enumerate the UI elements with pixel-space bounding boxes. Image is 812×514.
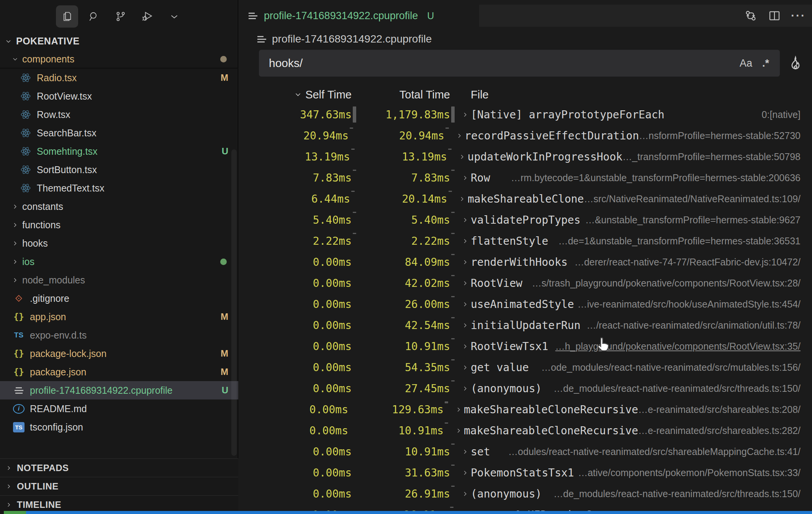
sidebar-scrollbar[interactable] xyxy=(231,149,237,456)
time-proportion-bar xyxy=(451,465,455,466)
document-title: profile-1741689314922.cpuprofile xyxy=(272,33,432,45)
section-notepads[interactable]: NOTEPADS xyxy=(0,458,238,477)
chevron-right-icon[interactable] xyxy=(462,490,471,498)
file-location-link[interactable]: 0:[native] xyxy=(762,109,812,120)
profile-row[interactable]: 0.00ms10.91msmakeShareableCloneRecursive… xyxy=(239,420,812,441)
explorer-item-somehting-tsx[interactable]: Somehting.tsxU xyxy=(0,142,238,160)
file-location-link[interactable]: …_transformProfile=hermes-stable:50798 xyxy=(622,151,812,162)
profile-row[interactable]: 0.00ms27.45ms(anonymous)…de_modules/reac… xyxy=(239,378,812,399)
explorer-item-themedtext-tsx[interactable]: ThemedText.tsx xyxy=(0,179,238,197)
chevron-right-icon[interactable] xyxy=(455,406,464,413)
file-location-link[interactable]: …odules/react-native-reanimated/src/shar… xyxy=(508,446,812,457)
explorer-item-searchbar-tsx[interactable]: SearchBar.tsx xyxy=(0,124,238,142)
file-location-link[interactable]: …s/trash_playground/pokenative/component… xyxy=(532,278,812,289)
section-outline[interactable]: OUTLINE xyxy=(0,477,238,495)
file-location-link[interactable]: …e-reanimated/src/shareables.ts:208/ xyxy=(638,404,812,415)
explorer-item-rootview-tsx[interactable]: RootView.tsx xyxy=(0,87,238,105)
flame-graph-icon[interactable] xyxy=(785,53,806,74)
self-time-header[interactable]: Self Time xyxy=(239,88,352,101)
explorer-item-components[interactable]: components xyxy=(0,50,238,69)
profile-row[interactable]: 7.83ms7.83msRow…rm.bytecode=1&unstable_t… xyxy=(239,167,812,188)
file-location-link[interactable]: …ode_modules/react-native-reanimated/src… xyxy=(541,362,812,373)
chevron-right-icon[interactable] xyxy=(462,322,471,329)
chevron-right-icon[interactable] xyxy=(462,448,471,455)
profile-row[interactable]: 0.00ms129.63msmakeShareableCloneRecursiv… xyxy=(239,399,812,420)
explorer-item-package-json[interactable]: {}package.jsonM xyxy=(0,363,238,381)
chevron-right-icon[interactable] xyxy=(462,259,471,266)
split-editor-icon[interactable] xyxy=(767,8,782,23)
profile-row[interactable]: 5.40ms5.40msvalidatePropTypes…&unstable_… xyxy=(239,210,812,231)
explorer-item-ios[interactable]: ios xyxy=(0,252,238,271)
chevron-right-icon[interactable] xyxy=(462,343,471,350)
match-case-toggle[interactable]: Aa xyxy=(740,57,752,69)
profile-row[interactable]: 6.44ms20.14msmakeShareableClone…src/Nati… xyxy=(239,188,812,210)
chevron-right-icon[interactable] xyxy=(455,427,464,434)
profile-row[interactable]: 13.19ms13.19msupdateWorkInProgressHook…_… xyxy=(239,146,812,167)
chevron-right-icon[interactable] xyxy=(462,111,471,118)
profile-row[interactable]: 0.00ms84.09msrenderWithHooks…derer/react… xyxy=(239,252,812,273)
explorer-item-hooks[interactable]: hooks xyxy=(0,234,238,252)
file-location-link[interactable]: …de_modules/react-native-reanimated/src/… xyxy=(553,383,812,394)
search-icon[interactable] xyxy=(83,5,105,28)
file-location-link[interactable]: …ative/components/pokemon/PokemonStats.t… xyxy=(578,467,812,478)
explorer-root[interactable]: POKENATIVE xyxy=(0,32,238,50)
explorer-item-profile-1741689314922-cpuprofile[interactable]: profile-1741689314922.cpuprofileU xyxy=(0,381,238,399)
profile-row[interactable]: 0.00ms10.91msset…odules/react-native-rea… xyxy=(239,441,812,462)
profile-row[interactable]: 0.00ms42.02msRootView…s/trash_playground… xyxy=(239,273,812,294)
explorer-item-sortbutton-tsx[interactable]: SortButton.tsx xyxy=(0,160,238,179)
more-actions-icon[interactable]: ··· xyxy=(791,9,806,22)
chevron-right-icon[interactable] xyxy=(462,301,471,308)
chevron-right-icon[interactable] xyxy=(458,153,468,160)
file-location-link[interactable]: …de_modules/react-native-reanimated/src/… xyxy=(553,488,812,499)
chevron-right-icon[interactable] xyxy=(462,174,471,182)
profile-row[interactable]: 0.00ms10.91msRootViewTsx1…h_playground/p… xyxy=(239,336,812,357)
chevron-right-icon[interactable] xyxy=(462,237,471,245)
chevron-right-icon[interactable] xyxy=(462,385,471,392)
explorer-item-functions[interactable]: functions xyxy=(0,216,238,234)
explorer-item-row-tsx[interactable]: Row.tsx xyxy=(0,105,238,124)
profile-row[interactable]: 347.63ms1,179.83ms[Native] arrayPrototyp… xyxy=(239,104,812,125)
tab-cpuprofile[interactable]: profile-1741689314922.cpuprofile U xyxy=(239,5,479,27)
profile-row[interactable]: 0.00ms54.35msget value…ode_modules/react… xyxy=(239,357,812,378)
explorer-item-expo-env-d-ts[interactable]: TSexpo-env.d.ts xyxy=(0,326,238,344)
chevron-right-icon[interactable] xyxy=(462,364,471,371)
profile-row[interactable]: 0.00ms26.00msuseAnimatedStyle…ive-reanim… xyxy=(239,294,812,315)
profile-row[interactable]: 2.22ms2.22msflattenStyle…de=1&unstable_t… xyxy=(239,231,812,252)
regex-toggle[interactable]: .* xyxy=(762,57,769,69)
file-location-link[interactable]: …nsformProfile=hermes-stable:52730 xyxy=(639,130,812,141)
chevron-right-icon[interactable] xyxy=(462,216,471,224)
file-header[interactable]: File xyxy=(462,88,489,101)
chevron-right-icon[interactable] xyxy=(458,195,468,203)
file-location-link[interactable]: …src/NativeReanimated/NativeReanimated.t… xyxy=(584,193,812,205)
file-location-link[interactable]: …e-reanimated/src/shareables.ts:282/ xyxy=(638,425,812,436)
explorer-item-package-lock-json[interactable]: {}package-lock.jsonM xyxy=(0,344,238,363)
explorer-item-constants[interactable]: constants xyxy=(0,197,238,216)
explorer-item-node-modules[interactable]: node_modules xyxy=(0,271,238,289)
explorer-item--gitignore[interactable]: .gitignore xyxy=(0,289,238,308)
chevron-right-icon[interactable] xyxy=(462,280,471,287)
file-location-link[interactable]: …derer/react-native-74-77/ReactFabric-de… xyxy=(575,257,812,268)
profile-row[interactable]: 20.94ms20.94msrecordPassiveEffectDuratio… xyxy=(239,125,812,146)
file-location-link[interactable]: …de=1&unstable_transformProfile=hermes-s… xyxy=(558,236,812,247)
explorer-item-app-json[interactable]: {}app.jsonM xyxy=(0,308,238,326)
explorer-item-readme-md[interactable]: iREADME.md xyxy=(0,399,238,418)
more-views-chevron-icon[interactable] xyxy=(163,5,185,28)
file-location-link[interactable]: …ive-reanimated/src/hook/useAnimatedStyl… xyxy=(578,299,812,310)
file-location-link[interactable]: …h_playground/pokenative/components/Root… xyxy=(555,341,812,352)
file-location-link[interactable]: …&unstable_transformProfile=hermes-stabl… xyxy=(585,214,812,226)
swap-view-icon[interactable] xyxy=(743,8,758,23)
file-location-link[interactable]: …/react-native-reanimated/src/animation/… xyxy=(586,320,812,331)
explorer-icon[interactable] xyxy=(56,5,78,28)
explorer-item-tsconfig-json[interactable]: TStsconfig.json xyxy=(0,418,238,436)
chevron-right-icon[interactable] xyxy=(456,132,465,139)
run-debug-icon[interactable] xyxy=(136,5,159,28)
profile-row[interactable]: 0.00ms31.63msPokemonStatsTsx1…ative/comp… xyxy=(239,462,812,483)
profile-filter-input[interactable]: hooks/ Aa .* xyxy=(259,50,780,77)
explorer-item-radio-tsx[interactable]: Radio.tsxM xyxy=(0,69,238,87)
total-time-header[interactable]: Total Time xyxy=(357,88,450,101)
file-location-link[interactable]: …rm.bytecode=1&unstable_transformProfile… xyxy=(511,172,812,183)
source-control-icon[interactable] xyxy=(110,5,132,28)
profile-row[interactable]: 0.00ms42.54msinitialUpdaterRun…/react-na… xyxy=(239,315,812,336)
profile-row[interactable]: 0.00ms26.91ms(anonymous)…de_modules/reac… xyxy=(239,483,812,504)
chevron-right-icon[interactable] xyxy=(462,469,471,476)
